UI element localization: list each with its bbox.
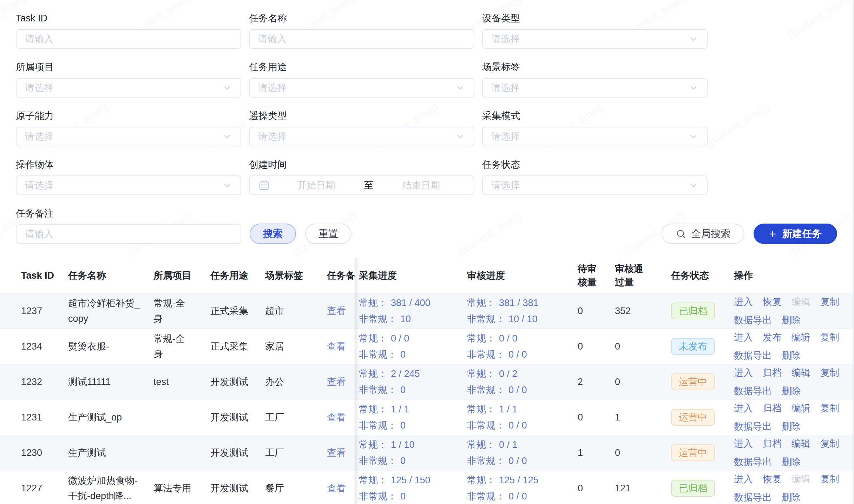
cell-task-id: 1227: [21, 480, 68, 496]
action-link[interactable]: 复制: [820, 364, 839, 381]
progress-line: 常规：0 / 0: [467, 330, 572, 346]
search-button[interactable]: 搜索: [250, 224, 296, 244]
view-remark-link[interactable]: 查看: [327, 306, 346, 316]
action-links: 进入恢复编辑复制数据导出删除: [734, 293, 846, 329]
collect-progress: 常规：125 / 150非常规：0: [355, 472, 467, 504]
action-links: 进入恢复编辑复制数据导出删除: [734, 471, 846, 504]
column-header-2: 所属项目: [153, 269, 210, 282]
action-link[interactable]: 数据导出: [734, 347, 772, 364]
global-search-button[interactable]: 全局搜索: [662, 224, 744, 244]
table-row: 1234熨烫衣服-常规-全身正式采集家居查看常规：0 / 0非常规：0常规：0 …: [0, 329, 854, 364]
action-link[interactable]: 进入: [734, 435, 753, 452]
select-placeholder: 请选择: [258, 130, 455, 143]
progress-label: 非常规：: [467, 420, 505, 431]
cell-purpose: 正式采集: [210, 303, 265, 319]
action-link[interactable]: 复制: [820, 329, 839, 346]
action-link[interactable]: 删除: [782, 453, 801, 470]
action-link[interactable]: 编辑: [791, 435, 810, 452]
view-remark-link[interactable]: 查看: [327, 412, 346, 423]
progress-value: 0 / 0: [508, 420, 527, 431]
filter-select[interactable]: 请选择: [482, 29, 708, 49]
action-link[interactable]: 删除: [782, 347, 801, 364]
cell-actions: 进入归档编辑复制数据导出删除: [734, 400, 854, 435]
filter-select[interactable]: 请选择: [249, 127, 474, 146]
view-remark-link[interactable]: 查看: [327, 377, 346, 387]
new-task-button[interactable]: + 新建任务: [754, 224, 837, 244]
cell-task-name: 微波炉加热食物-干扰-depth降...: [68, 473, 153, 504]
action-link[interactable]: 进入: [734, 364, 753, 381]
filter-select[interactable]: 请选择: [249, 78, 474, 98]
reset-button[interactable]: 重置: [305, 224, 352, 244]
cell-status: 未发布: [670, 338, 734, 355]
progress-label: 非常规：: [359, 456, 397, 466]
filter-field-1: 任务名称: [249, 13, 474, 49]
cell-pending-count: 0: [572, 480, 614, 496]
cell-task-name: 测试11111: [68, 374, 153, 390]
passed-value: 0: [615, 377, 620, 387]
action-link[interactable]: 进入: [734, 329, 753, 346]
action-link[interactable]: 数据导出: [734, 418, 772, 435]
collect-progress: 常规：381 / 400非常规：10: [355, 295, 467, 327]
view-remark-link[interactable]: 查看: [327, 341, 346, 352]
action-link[interactable]: 编辑: [791, 400, 810, 417]
cell-task-id: 1231: [21, 410, 68, 425]
filter-text-input[interactable]: [16, 29, 241, 49]
cell-remark: 查看: [327, 303, 355, 319]
action-link[interactable]: 归档: [763, 400, 782, 417]
action-link[interactable]: 删除: [782, 418, 801, 435]
filter-label: 所属项目: [16, 61, 241, 73]
progress-value: 381 / 381: [499, 298, 539, 308]
action-link[interactable]: 数据导出: [734, 383, 772, 399]
review-progress: 常规：381 / 381非常规：10 / 10: [467, 295, 572, 327]
progress-line: 常规：0 / 2: [467, 366, 572, 382]
action-link[interactable]: 数据导出: [734, 312, 772, 329]
remark-input[interactable]: [16, 224, 241, 244]
view-remark-link[interactable]: 查看: [327, 483, 346, 493]
action-link[interactable]: 复制: [820, 293, 839, 310]
filter-text-input[interactable]: [249, 29, 474, 49]
filter-select[interactable]: 请选择: [16, 175, 241, 195]
column-header-11: 操作: [734, 269, 854, 282]
action-link[interactable]: 删除: [782, 489, 801, 504]
action-link[interactable]: 恢复: [763, 471, 782, 488]
filter-select[interactable]: 请选择: [482, 78, 708, 98]
progress-line: 非常规：10 / 10: [467, 311, 572, 327]
progress-label: 非常规：: [467, 491, 505, 502]
progress-label: 常规：: [467, 475, 495, 485]
action-link[interactable]: 删除: [782, 383, 801, 399]
action-link[interactable]: 进入: [734, 471, 753, 488]
action-links: 进入发布编辑复制数据导出删除: [734, 329, 846, 364]
action-link[interactable]: 数据导出: [734, 453, 772, 470]
date-range-picker[interactable]: 开始日期至结束日期: [249, 175, 474, 195]
progress-value: 0: [400, 491, 406, 502]
cell-project: 常规-全身: [153, 331, 210, 362]
action-link[interactable]: 删除: [782, 312, 801, 329]
action-link[interactable]: 进入: [734, 293, 753, 310]
action-link[interactable]: 复制: [820, 400, 839, 417]
action-link[interactable]: 复制: [820, 471, 839, 488]
action-link[interactable]: 编辑: [791, 329, 810, 346]
column-header-label: Task ID: [21, 270, 54, 281]
collect-progress: 常规：2 / 245非常规：0: [355, 366, 467, 398]
cell-status: 已归档: [670, 480, 734, 497]
action-link[interactable]: 归档: [763, 435, 782, 452]
filter-select[interactable]: 请选择: [482, 127, 708, 146]
action-link[interactable]: 发布: [763, 329, 782, 346]
view-remark-link[interactable]: 查看: [327, 447, 346, 458]
progress-label: 常规：: [359, 298, 387, 308]
filter-select[interactable]: 请选择: [16, 127, 241, 146]
filter-select[interactable]: 请选择: [16, 78, 241, 98]
action-link[interactable]: 进入: [734, 400, 753, 417]
action-link[interactable]: 编辑: [791, 364, 810, 381]
progress-value: 0 / 0: [508, 349, 527, 360]
filter-label-remark: 任务备注: [16, 208, 241, 219]
scrollbar-track[interactable]: [853, 0, 854, 504]
chevron-down-icon: [222, 132, 232, 141]
task-id-value: 1234: [21, 341, 42, 352]
action-link[interactable]: 恢复: [763, 293, 782, 310]
action-link[interactable]: 复制: [820, 435, 839, 452]
action-link[interactable]: 归档: [763, 364, 782, 381]
filter-select[interactable]: 请选择: [482, 175, 708, 195]
progress-label: 非常规：: [359, 385, 397, 395]
action-link[interactable]: 数据导出: [734, 489, 772, 504]
